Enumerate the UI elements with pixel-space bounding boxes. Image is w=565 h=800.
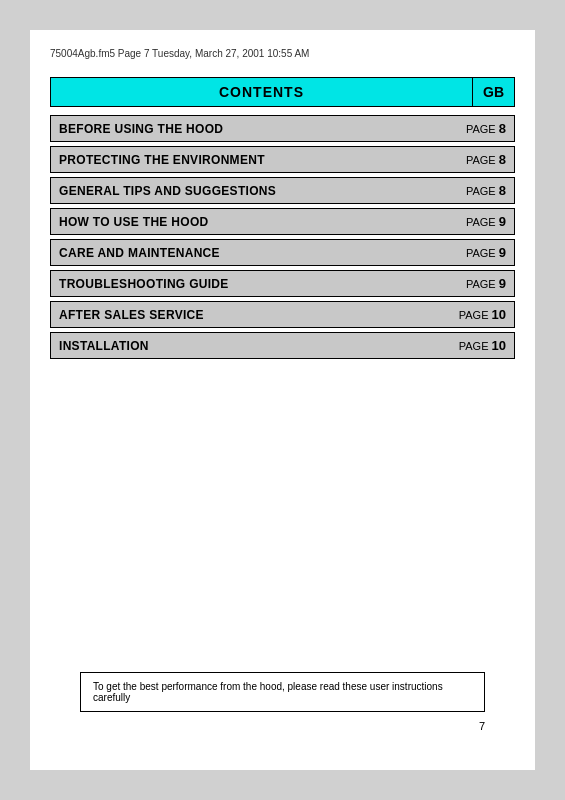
toc-item-label: INSTALLATION xyxy=(59,339,149,353)
toc-item-page: PAGE 9 xyxy=(466,276,506,291)
toc-item: AFTER SALES SERVICEPAGE 10 xyxy=(50,301,515,328)
toc-item: GENERAL TIPS AND SUGGESTIONSPAGE 8 xyxy=(50,177,515,204)
page-number: 7 xyxy=(479,720,485,732)
toc-item: CARE AND MAINTENANCEPAGE 9 xyxy=(50,239,515,266)
toc-item-label: CARE AND MAINTENANCE xyxy=(59,246,220,260)
toc-item-label: AFTER SALES SERVICE xyxy=(59,308,204,322)
toc-item: HOW TO USE THE HOODPAGE 9 xyxy=(50,208,515,235)
toc-item-page: PAGE 9 xyxy=(466,214,506,229)
toc-item: INSTALLATIONPAGE 10 xyxy=(50,332,515,359)
contents-title: CONTENTS xyxy=(51,78,472,106)
file-info-text: 75004Agb.fm5 Page 7 Tuesday, March 27, 2… xyxy=(50,48,309,59)
contents-header: CONTENTS GB xyxy=(50,77,515,107)
toc-item-label: PROTECTING THE ENVIRONMENT xyxy=(59,153,265,167)
page-num: 9 xyxy=(499,214,506,229)
toc-list: BEFORE USING THE HOODPAGE 8PROTECTING TH… xyxy=(50,115,515,359)
page-num: 8 xyxy=(499,121,506,136)
page-num: 10 xyxy=(492,307,506,322)
toc-item-page: PAGE 10 xyxy=(459,307,506,322)
toc-item-page: PAGE 8 xyxy=(466,121,506,136)
page-num: 8 xyxy=(499,183,506,198)
toc-item-label: TROUBLESHOOTING GUIDE xyxy=(59,277,229,291)
page-num: 10 xyxy=(492,338,506,353)
footer-note-text: To get the best performance from the hoo… xyxy=(93,681,443,703)
contents-gb: GB xyxy=(472,78,514,106)
footer-note: To get the best performance from the hoo… xyxy=(80,672,485,712)
file-info: 75004Agb.fm5 Page 7 Tuesday, March 27, 2… xyxy=(50,48,515,63)
toc-item-label: BEFORE USING THE HOOD xyxy=(59,122,223,136)
toc-item-label: HOW TO USE THE HOOD xyxy=(59,215,208,229)
toc-item-page: PAGE 10 xyxy=(459,338,506,353)
toc-item: PROTECTING THE ENVIRONMENTPAGE 8 xyxy=(50,146,515,173)
page-num: 8 xyxy=(499,152,506,167)
page-content: 75004Agb.fm5 Page 7 Tuesday, March 27, 2… xyxy=(30,30,535,770)
page-num: 9 xyxy=(499,245,506,260)
toc-item-label: GENERAL TIPS AND SUGGESTIONS xyxy=(59,184,276,198)
toc-item-page: PAGE 8 xyxy=(466,152,506,167)
toc-item: BEFORE USING THE HOODPAGE 8 xyxy=(50,115,515,142)
toc-item-page: PAGE 8 xyxy=(466,183,506,198)
page-num: 9 xyxy=(499,276,506,291)
toc-item: TROUBLESHOOTING GUIDEPAGE 9 xyxy=(50,270,515,297)
toc-item-page: PAGE 9 xyxy=(466,245,506,260)
